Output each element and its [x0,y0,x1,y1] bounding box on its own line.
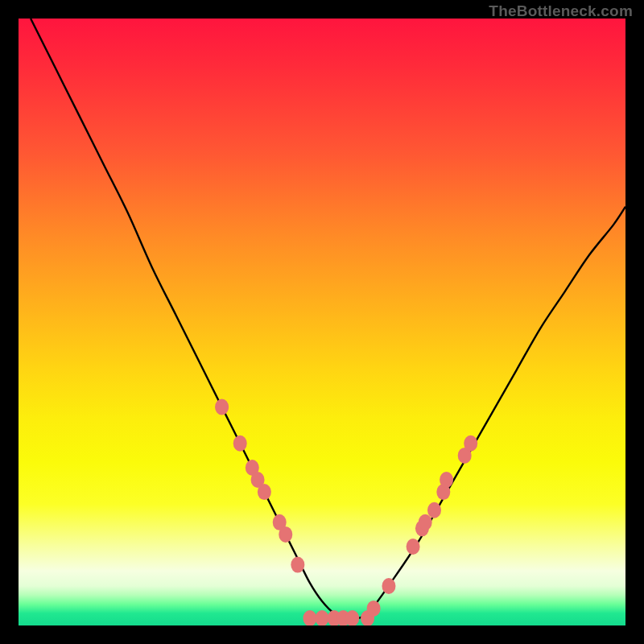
data-marker [407,539,420,555]
data-marker [291,557,304,573]
data-markers [215,399,477,625]
data-marker [382,578,395,594]
data-marker [427,502,441,518]
watermark-text: TheBottleneck.com [489,2,633,20]
bottleneck-curve [31,19,625,619]
data-marker [233,436,247,452]
chart-svg [19,19,625,625]
data-marker [316,610,329,625]
data-marker [258,484,271,500]
data-marker [215,399,229,415]
data-marker [440,472,453,488]
data-marker [279,526,292,543]
plot-area [19,19,625,625]
curve-line [31,19,625,619]
data-marker [367,601,381,617]
data-marker [464,436,477,452]
data-marker [419,514,432,530]
data-marker [303,610,316,625]
